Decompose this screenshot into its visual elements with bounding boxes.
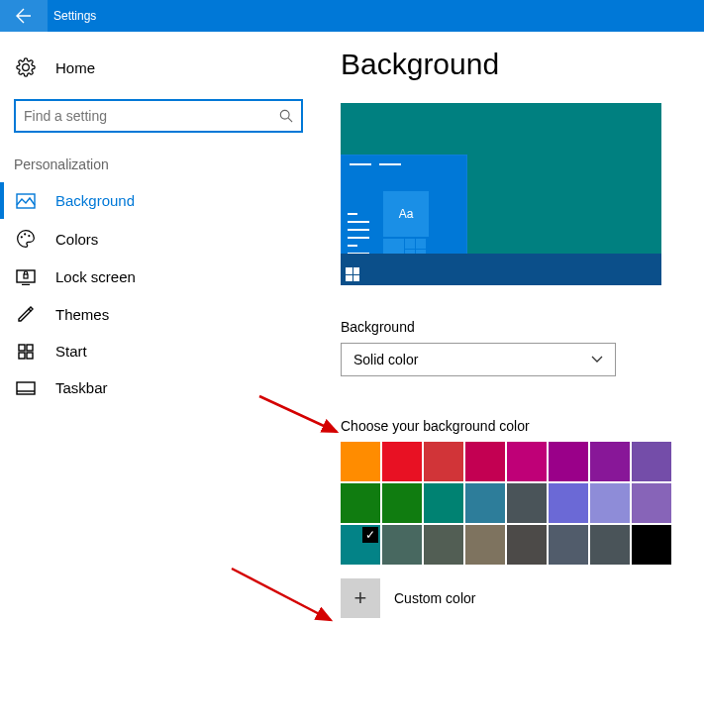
background-field-label: Background xyxy=(341,319,680,335)
color-swatch[interactable] xyxy=(549,442,588,481)
color-swatch[interactable] xyxy=(632,483,671,523)
nav-home[interactable]: Home xyxy=(0,50,317,85)
titlebar: Settings xyxy=(0,0,704,32)
svg-rect-13 xyxy=(17,382,35,394)
custom-color-label: Custom color xyxy=(394,590,475,606)
svg-point-0 xyxy=(280,110,289,119)
nav-item-lockscreen[interactable]: Lock screen xyxy=(0,259,317,295)
preview-tile-text: Aa xyxy=(383,191,429,237)
svg-rect-9 xyxy=(19,345,25,351)
section-label: Personalization xyxy=(0,156,317,182)
color-swatch[interactable] xyxy=(507,483,547,523)
color-swatch[interactable] xyxy=(590,483,630,523)
svg-point-3 xyxy=(21,236,23,238)
color-grid xyxy=(341,442,680,565)
color-swatch[interactable] xyxy=(632,525,671,565)
svg-rect-12 xyxy=(27,353,33,359)
gear-icon xyxy=(14,57,38,77)
colors-icon xyxy=(14,229,38,249)
search-input[interactable] xyxy=(24,108,279,124)
color-swatch[interactable] xyxy=(590,442,630,481)
nav-item-start[interactable]: Start xyxy=(0,333,317,369)
custom-color-row[interactable]: + Custom color xyxy=(341,578,680,618)
search-icon xyxy=(279,109,293,123)
color-swatch[interactable] xyxy=(507,442,547,481)
color-swatch[interactable] xyxy=(549,483,588,523)
nav-item-background[interactable]: Background xyxy=(0,182,317,219)
nav-item-colors[interactable]: Colors xyxy=(0,219,317,259)
nav-item-label: Colors xyxy=(55,231,98,248)
color-swatch[interactable] xyxy=(465,483,505,523)
themes-icon xyxy=(14,305,38,323)
color-swatch[interactable] xyxy=(382,525,422,565)
color-swatch[interactable] xyxy=(549,525,588,565)
windows-logo-icon xyxy=(346,267,359,281)
page-title: Background xyxy=(341,48,680,81)
nav-item-themes[interactable]: Themes xyxy=(0,295,317,333)
back-button[interactable] xyxy=(0,0,48,32)
sidebar: Home Personalization BackgroundColorsLoc… xyxy=(0,32,317,728)
nav-item-label: Lock screen xyxy=(55,268,136,285)
svg-rect-8 xyxy=(24,274,28,278)
background-icon xyxy=(14,193,38,209)
preview-taskbar xyxy=(341,254,661,285)
color-swatch[interactable] xyxy=(424,525,463,565)
color-swatch[interactable] xyxy=(632,442,671,481)
nav-item-label: Background xyxy=(55,192,135,209)
nav-item-label: Themes xyxy=(55,306,109,323)
background-dropdown[interactable]: Solid color xyxy=(341,343,616,376)
svg-point-5 xyxy=(28,235,30,237)
color-swatch[interactable] xyxy=(341,442,380,481)
color-swatch[interactable] xyxy=(341,525,380,565)
svg-rect-6 xyxy=(17,270,35,282)
color-swatch[interactable] xyxy=(382,442,422,481)
nav-home-label: Home xyxy=(55,59,95,76)
chevron-down-icon xyxy=(591,354,603,365)
svg-rect-10 xyxy=(27,345,33,351)
search-box[interactable] xyxy=(14,99,303,133)
nav-item-label: Start xyxy=(55,343,87,360)
color-swatch[interactable] xyxy=(590,525,630,565)
color-swatch[interactable] xyxy=(465,442,505,481)
nav-item-taskbar[interactable]: Taskbar xyxy=(0,369,317,406)
background-dropdown-value: Solid color xyxy=(353,352,418,367)
nav-item-label: Taskbar xyxy=(55,379,108,396)
desktop-preview: Aa xyxy=(341,103,661,285)
back-arrow-icon xyxy=(16,8,32,24)
main-panel: Background Aa xyxy=(317,32,704,728)
plus-icon[interactable]: + xyxy=(341,578,380,618)
color-swatch[interactable] xyxy=(507,525,547,565)
color-swatch[interactable] xyxy=(424,483,463,523)
color-swatch[interactable] xyxy=(424,442,463,481)
svg-point-4 xyxy=(24,233,26,235)
color-swatch[interactable] xyxy=(382,483,422,523)
color-field-label: Choose your background color xyxy=(341,418,680,434)
color-swatch[interactable] xyxy=(465,525,505,565)
taskbar-icon xyxy=(14,381,38,395)
svg-line-1 xyxy=(288,118,292,122)
lockscreen-icon xyxy=(14,269,38,285)
window-title: Settings xyxy=(53,9,96,23)
start-icon xyxy=(14,344,38,360)
color-swatch[interactable] xyxy=(341,483,380,523)
svg-rect-11 xyxy=(19,353,25,359)
